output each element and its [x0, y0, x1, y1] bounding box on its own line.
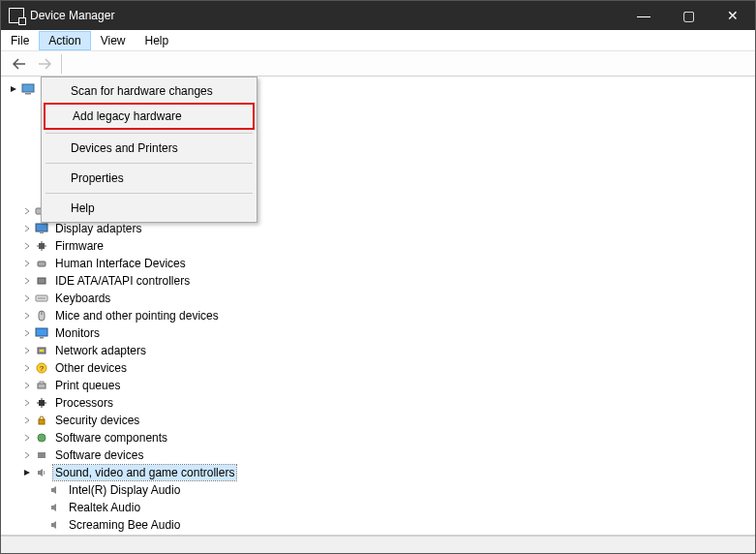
tree-item-sound[interactable]: Sound, video and game controllers [7, 464, 755, 481]
tree-item-label: Keyboards [53, 291, 112, 306]
keyboard-icon [34, 291, 49, 306]
svg-rect-18 [38, 384, 45, 388]
menu-add-legacy-hardware[interactable]: Add legacy hardware [44, 103, 255, 130]
tree-leaf-screaming-bee[interactable]: Screaming Bee Audio [7, 516, 755, 534]
tree-item-label: Firmware [53, 238, 106, 254]
svg-rect-8 [38, 278, 45, 284]
tree-item-label: Realtek Audio [67, 500, 142, 515]
tree-item-label: IDE ATA/ATAPI controllers [53, 273, 192, 289]
window-title: Device Manager [30, 9, 114, 22]
svg-rect-5 [40, 232, 44, 233]
close-button[interactable]: ✕ [711, 1, 755, 30]
storage-icon [34, 535, 49, 536]
maximize-button[interactable]: ▢ [666, 1, 711, 30]
tree-item-monitors[interactable]: Monitors [7, 324, 755, 342]
tree-item-other[interactable]: ? Other devices [7, 359, 755, 377]
chip-icon [34, 238, 49, 254]
expander-icon[interactable] [20, 239, 34, 253]
tree-item-label: Display adapters [53, 221, 143, 236]
tree-item-mice[interactable]: Mice and other pointing devices [7, 307, 755, 324]
other-icon: ? [34, 360, 49, 376]
tree-item-firmware[interactable]: Firmware [7, 237, 755, 255]
expander-icon[interactable] [20, 448, 34, 462]
speaker-icon [47, 517, 63, 533]
tree-item-processors[interactable]: Processors [7, 394, 755, 412]
menu-devices-and-printers[interactable]: Devices and Printers [44, 137, 255, 160]
tree-item-label: Mice and other pointing devices [53, 308, 221, 323]
mouse-icon [34, 308, 49, 323]
tree-item-label: Print queues [53, 378, 122, 393]
back-arrow-icon [13, 58, 26, 70]
speaker-icon [34, 465, 49, 480]
tree-item-label: Monitors [53, 325, 102, 341]
menu-help-item[interactable]: Help [44, 197, 255, 220]
toolbar-divider [61, 54, 62, 74]
expander-icon[interactable] [20, 257, 34, 270]
content-area: Scan for hardware changes Add legacy har… [1, 77, 755, 536]
monitor-icon [34, 325, 49, 341]
component-icon [34, 430, 49, 446]
expander-icon[interactable] [20, 326, 34, 340]
tree-item-network[interactable]: Network adapters [7, 342, 755, 359]
menu-file[interactable]: File [1, 31, 39, 50]
titlebar: Device Manager — ▢ ✕ [1, 1, 755, 30]
action-dropdown: Scan for hardware changes Add legacy har… [41, 77, 257, 223]
expander-icon[interactable] [7, 82, 20, 96]
printer-icon [34, 378, 49, 393]
tree-item-storage[interactable]: Storage controllers [7, 534, 755, 536]
menu-action[interactable]: Action [39, 31, 90, 50]
expander-icon[interactable] [20, 344, 34, 357]
tree-item-ide[interactable]: IDE ATA/ATAPI controllers [7, 272, 755, 290]
expander-icon[interactable] [20, 361, 34, 375]
back-button[interactable] [9, 53, 30, 75]
security-icon [34, 413, 49, 428]
speaker-icon [47, 500, 63, 515]
tree-item-label: Software components [53, 430, 169, 446]
svg-rect-15 [40, 350, 44, 352]
menu-separator [45, 163, 253, 164]
expander-icon[interactable] [20, 414, 34, 427]
hid-icon [34, 256, 49, 271]
forward-button[interactable] [34, 53, 55, 75]
menu-properties[interactable]: Properties [44, 167, 255, 190]
tree-item-label: Human Interface Devices [53, 256, 188, 271]
svg-rect-1 [25, 93, 31, 95]
svg-rect-12 [36, 328, 47, 336]
network-icon [34, 343, 49, 358]
tree-item-label: Software devices [53, 447, 145, 463]
tree-item-label: Other devices [53, 360, 129, 376]
tree-item-label: Intel(R) Display Audio [67, 482, 182, 498]
ide-icon [34, 273, 49, 289]
expander-icon[interactable] [20, 309, 34, 323]
tree-item-print[interactable]: Print queues [7, 377, 755, 394]
app-icon [9, 8, 24, 23]
expander-icon[interactable] [20, 379, 34, 392]
menu-scan-hardware[interactable]: Scan for hardware changes [44, 79, 255, 103]
tree-leaf-intel-audio[interactable]: Intel(R) Display Audio [7, 481, 755, 499]
expander-icon[interactable] [20, 222, 34, 235]
tree-item-sw-components[interactable]: Software components [7, 429, 755, 446]
svg-rect-4 [36, 224, 47, 231]
svg-rect-20 [39, 400, 45, 406]
svg-text:?: ? [40, 364, 45, 373]
expander-icon[interactable] [20, 292, 34, 305]
tree-leaf-realtek-audio[interactable]: Realtek Audio [7, 499, 755, 516]
tree-item-security[interactable]: Security devices [7, 412, 755, 429]
computer-icon [20, 81, 36, 97]
menu-view[interactable]: View [91, 31, 136, 50]
tree-item-label: Network adapters [53, 343, 148, 358]
tree-item-keyboards[interactable]: Keyboards [7, 290, 755, 307]
svg-rect-7 [38, 262, 45, 266]
tree-item-hid[interactable]: Human Interface Devices [7, 255, 755, 272]
menu-help[interactable]: Help [136, 31, 179, 50]
swdev-icon [34, 447, 49, 463]
expander-icon[interactable] [20, 466, 34, 479]
tree-item-sw-devices[interactable]: Software devices [7, 446, 755, 464]
tree-item-label: Sound, video and game controllers [53, 465, 236, 480]
expander-icon[interactable] [20, 204, 34, 218]
expander-icon[interactable] [20, 431, 34, 445]
minimize-button[interactable]: — [621, 1, 666, 30]
speaker-icon [47, 482, 63, 498]
expander-icon[interactable] [20, 274, 34, 288]
expander-icon[interactable] [20, 396, 34, 410]
